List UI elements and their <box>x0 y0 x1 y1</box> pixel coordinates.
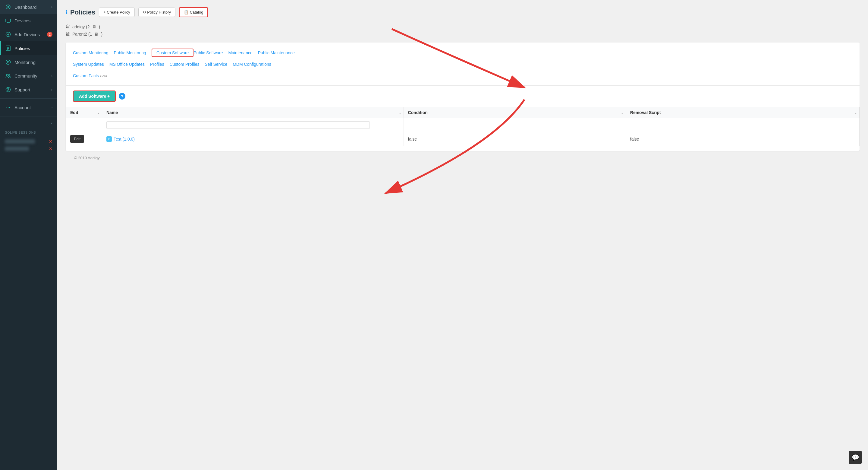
sidebar-collapse-button[interactable]: ‹ <box>0 118 57 128</box>
add-devices-icon <box>5 32 11 37</box>
sort-icon-name: ⌄ <box>399 111 401 114</box>
tab-custom-profiles[interactable]: Custom Profiles <box>170 60 205 68</box>
session-close-1[interactable]: ✕ <box>49 139 53 144</box>
create-policy-button[interactable]: + Create Policy <box>99 7 135 17</box>
golive-session-1: ✕ <box>5 138 53 145</box>
col-edit: Edit ⌄ <box>66 107 102 118</box>
beta-label: Beta <box>100 74 107 78</box>
col-name: Name ⌄ <box>102 107 404 118</box>
tab-public-monitoring[interactable]: Public Monitoring <box>114 49 152 57</box>
sort-icon-condition: ⌄ <box>621 111 623 114</box>
help-icon[interactable]: ? <box>119 93 125 99</box>
sidebar-item-label: Account <box>14 105 51 110</box>
tab-custom-software[interactable]: Custom Software <box>152 49 193 57</box>
page-title: Policies <box>70 8 95 16</box>
sidebar-item-label: Community <box>14 73 51 79</box>
table-header-row: Edit ⌄ Name ⌄ Condition ⌄ <box>66 107 860 118</box>
help-label: ? <box>121 94 123 99</box>
group-suffix2: ) <box>101 32 102 36</box>
filter-condition-cell <box>404 118 626 132</box>
svg-point-1 <box>7 6 9 8</box>
software-table-wrap: Edit ⌄ Name ⌄ Condition ⌄ <box>66 107 860 151</box>
add-software-label: Add Software + <box>79 94 110 99</box>
tab-self-service[interactable]: Self Service <box>205 60 233 68</box>
session-close-2[interactable]: ✕ <box>49 146 53 151</box>
filter-edit-cell <box>66 118 102 132</box>
add-software-button[interactable]: Add Software + <box>73 90 116 102</box>
sidebar-divider2 <box>0 116 57 116</box>
tab-custom-facts[interactable]: Custom Facts Beta <box>73 71 113 80</box>
name-cell: ⊙ Test (1.0.0) <box>102 132 404 146</box>
sidebar-item-support[interactable]: Support › <box>0 83 57 96</box>
edit-button[interactable]: Edit <box>70 135 84 143</box>
tab-profiles[interactable]: Profiles <box>150 60 170 68</box>
community-icon <box>5 74 11 79</box>
session-name-1 <box>5 139 35 144</box>
software-name: Test (1.0.0) <box>114 137 135 142</box>
tab-system-updates[interactable]: System Updates <box>73 60 110 68</box>
filter-removal-cell <box>626 118 859 132</box>
removal-script-cell: false <box>626 132 859 146</box>
catalog-tabs-row2: System Updates MS Office Updates Profile… <box>73 60 852 68</box>
catalog-tabs: Custom Monitoring Public Monitoring Cust… <box>66 42 860 86</box>
sidebar-item-add-devices[interactable]: Add Devices 2 <box>0 27 57 41</box>
sidebar: Dashboard › Devices Add Devices 2 Polici… <box>0 0 57 470</box>
chevron-right-icon: › <box>51 88 53 91</box>
software-icon: ⊙ <box>106 136 112 142</box>
policy-history-button[interactable]: ↺ Policy History <box>138 7 176 17</box>
devices-icon <box>5 19 11 23</box>
add-software-bar: Add Software + ? <box>66 86 860 107</box>
add-devices-badge: 2 <box>47 32 53 37</box>
sort-icon-removal: ⌄ <box>855 111 857 114</box>
sidebar-item-monitoring[interactable]: Monitoring <box>0 55 57 69</box>
policy-groups: 🏛 addigy (2 🖥 ) 🏛 Parent2 (1 🖥 ) <box>66 23 860 38</box>
catalog-tabs-row3: Custom Facts Beta <box>73 71 852 80</box>
svg-point-14 <box>7 61 9 63</box>
tab-mdm-configurations[interactable]: MDM Configurations <box>233 60 277 68</box>
golive-section-title: GOLIVE SESSIONS <box>0 128 57 136</box>
tab-maintenance[interactable]: Maintenance <box>228 49 258 57</box>
sort-icon-edit: ⌄ <box>97 111 99 114</box>
tab-ms-office-updates[interactable]: MS Office Updates <box>110 60 150 68</box>
sidebar-item-community[interactable]: Community › <box>0 69 57 83</box>
tab-custom-monitoring[interactable]: Custom Monitoring <box>73 49 114 57</box>
page-header: ℹ Policies + Create Policy ↺ Policy Hist… <box>66 7 860 17</box>
filter-name-input[interactable] <box>106 121 370 129</box>
sidebar-item-dashboard[interactable]: Dashboard › <box>0 0 57 14</box>
software-name-link[interactable]: ⊙ Test (1.0.0) <box>106 136 399 142</box>
sidebar-item-label: Monitoring <box>14 60 53 65</box>
sidebar-item-label: Support <box>14 87 51 92</box>
golive-session-2: ✕ <box>5 145 53 152</box>
group-name2: Parent2 (1 <box>72 32 92 36</box>
chevron-right-icon: › <box>51 74 53 78</box>
sidebar-item-label: Add Devices <box>14 32 45 37</box>
sidebar-divider <box>0 98 57 99</box>
building-icon: 🏛 <box>66 24 70 29</box>
chevron-right-icon: › <box>51 106 53 109</box>
account-icon: ··· <box>5 105 11 110</box>
tab-public-software[interactable]: Public Software <box>193 49 228 57</box>
svg-point-15 <box>6 74 8 76</box>
sidebar-item-devices[interactable]: Devices <box>0 14 57 27</box>
catalog-panel: Custom Monitoring Public Monitoring Cust… <box>66 42 860 151</box>
copyright: © 2019 Addigy <box>74 156 100 160</box>
filter-name-cell <box>102 118 404 132</box>
sidebar-item-account[interactable]: ··· Account › <box>0 100 57 114</box>
table-row: Edit ⊙ Test (1.0.0) false <box>66 132 860 146</box>
tab-public-maintenance[interactable]: Public Maintenance <box>258 49 300 57</box>
golive-sessions-list: ✕ ✕ <box>0 136 57 155</box>
edit-cell: Edit <box>66 132 102 146</box>
col-removal-script: Removal Script ⌄ <box>626 107 859 118</box>
catalog-button[interactable]: 📋 Catalog <box>179 7 208 17</box>
filter-row <box>66 118 860 132</box>
catalog-tabs-row1: Custom Monitoring Public Monitoring Cust… <box>73 49 852 57</box>
session-name-2 <box>5 147 29 151</box>
condition-value: false <box>408 137 417 142</box>
chat-widget[interactable]: 💬 <box>849 451 862 464</box>
condition-cell: false <box>404 132 626 146</box>
col-condition: Condition ⌄ <box>404 107 626 118</box>
main-content: ℹ Policies + Create Policy ↺ Policy Hist… <box>57 0 868 470</box>
chat-icon: 💬 <box>852 454 859 461</box>
sidebar-item-policies[interactable]: Policies <box>0 41 57 55</box>
device-icon: 🖥 <box>92 24 96 29</box>
